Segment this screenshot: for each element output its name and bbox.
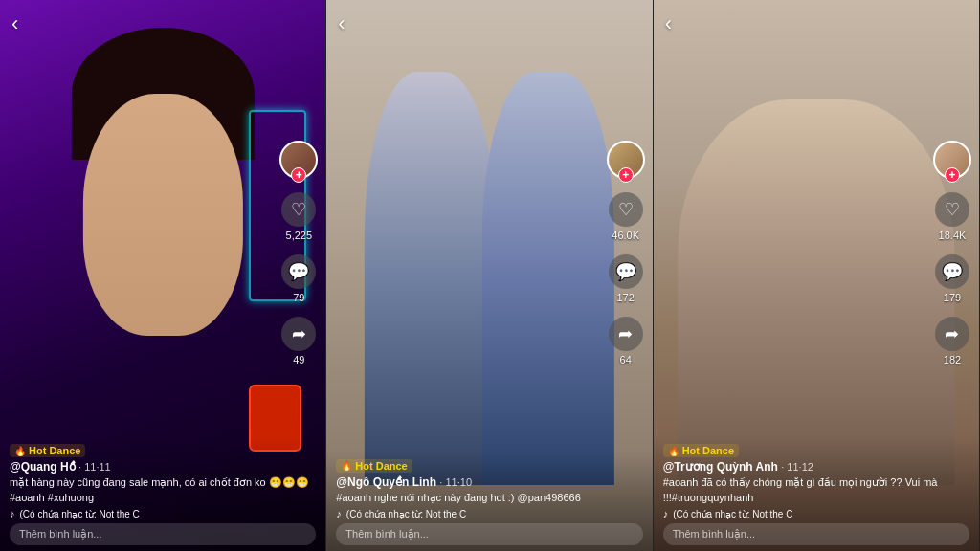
like-count-2: 46.0K: [612, 230, 639, 241]
avatar-3[interactable]: +: [933, 141, 971, 179]
back-button-2[interactable]: ‹: [338, 11, 345, 36]
music-icon-1: ♪: [10, 508, 15, 519]
comment-input-3[interactable]: Thêm bình luận...: [663, 523, 969, 545]
follow-plus-1[interactable]: +: [291, 167, 306, 183]
like-count-3: 18.4K: [939, 230, 967, 241]
hot-dance-label-2: Hot Dance: [355, 460, 407, 472]
bottom-info-1: 🔥 Hot Dance @Quang Hồ · 11·11 mặt hàng n…: [0, 436, 325, 551]
comment-icon-1[interactable]: 💬: [281, 254, 316, 289]
person-silhouette-1: [49, 28, 277, 469]
username-2[interactable]: @Ngô Quyền Linh · 11·10: [336, 475, 642, 489]
like-button-1[interactable]: ♡ 5,225: [281, 192, 316, 241]
comment-icon-2[interactable]: 💬: [609, 254, 643, 289]
heart-icon-3[interactable]: ♡: [935, 192, 969, 227]
hot-dance-tag-3[interactable]: 🔥 Hot Dance: [663, 444, 739, 457]
comment-button-1[interactable]: 💬 79: [281, 254, 316, 303]
caption-2: #aoanh nghe nói nhạc này đang hot :) @pa…: [336, 491, 642, 505]
fire-icon-2: 🔥: [341, 460, 352, 471]
bottom-info-2: 🔥 Hot Dance @Ngô Quyền Linh · 11·10 #aoa…: [326, 452, 652, 551]
hot-dance-label-1: Hot Dance: [29, 445, 80, 456]
comment-count-1: 79: [293, 292, 304, 303]
comment-input-2[interactable]: Thêm bình luận...: [336, 523, 642, 545]
heart-icon-2[interactable]: ♡: [609, 192, 643, 227]
comment-placeholder-2: Thêm bình luận...: [345, 528, 429, 540]
comment-icon-3[interactable]: 💬: [935, 254, 969, 289]
share-icon-2[interactable]: ➦: [609, 317, 643, 351]
tag-row-3: 🔥 Hot Dance: [663, 444, 969, 457]
username-1[interactable]: @Quang Hồ · 11·11: [10, 460, 316, 474]
person-silhouette-3: [678, 99, 954, 485]
date-3: · 11·12: [781, 461, 813, 473]
comment-input-1[interactable]: Thêm bình luận...: [10, 523, 316, 545]
avatar-2[interactable]: +: [607, 141, 645, 179]
date-1: · 11·11: [78, 461, 111, 473]
action-bar-2: + ♡ 46.0K 💬 172 ➦ 64: [607, 141, 645, 365]
comment-button-2[interactable]: 💬 172: [609, 254, 643, 303]
caption-1: mặt hàng này cũng đang sale mạnh, có ai …: [10, 475, 316, 505]
video-panel-1: ‹ + ♡ 5,225 💬 79 ➦ 49 🔥 Hot Dance @Quang: [0, 0, 326, 551]
date-2: · 11·10: [439, 476, 472, 488]
hot-dance-label-3: Hot Dance: [682, 445, 734, 456]
share-button-1[interactable]: ➦ 49: [281, 317, 316, 365]
share-count-2: 64: [620, 354, 632, 365]
comment-button-3[interactable]: 💬 179: [935, 254, 969, 303]
share-count-1: 49: [293, 354, 304, 365]
like-button-2[interactable]: ♡ 46.0K: [609, 192, 643, 241]
action-bar-3: + ♡ 18.4K 💬 179 ➦ 182: [933, 141, 971, 365]
share-button-2[interactable]: ➦ 64: [609, 317, 643, 365]
avatar-1[interactable]: +: [279, 141, 318, 179]
tag-row-1: 🔥 Hot Dance: [10, 444, 316, 457]
follow-plus-3[interactable]: +: [945, 167, 960, 183]
back-button[interactable]: ‹: [11, 11, 18, 36]
comment-count-2: 172: [616, 292, 634, 303]
fire-icon-3: 🔥: [668, 446, 679, 456]
comment-placeholder-1: Thêm bình luận...: [19, 528, 102, 540]
like-count-1: 5,225: [286, 230, 313, 241]
heart-icon-1[interactable]: ♡: [281, 192, 316, 227]
comment-placeholder-3: Thêm bình luận...: [673, 528, 756, 540]
music-text-2: (Có chứa nhạc từ: Not the C: [346, 509, 466, 519]
comment-count-3: 179: [944, 292, 961, 303]
share-icon-1[interactable]: ➦: [281, 317, 316, 351]
person-silhouette-2: [343, 72, 635, 485]
share-icon-3[interactable]: ➦: [935, 317, 969, 351]
hot-dance-tag-1[interactable]: 🔥 Hot Dance: [10, 444, 85, 457]
caption-3: #aoanh đã có thấy chóng mặt gì đầu mọi n…: [663, 475, 969, 505]
music-row-3: ♪ (Có chứa nhạc từ: Not the C: [663, 508, 969, 519]
bottom-info-3: 🔥 Hot Dance @Trương Quỳnh Anh · 11·12 #a…: [654, 436, 979, 551]
like-button-3[interactable]: ♡ 18.4K: [935, 192, 969, 241]
music-row-2: ♪ (Có chứa nhạc từ: Not the C: [336, 508, 642, 519]
video-panel-3: ‹ + ♡ 18.4K 💬 179 ➦ 182 🔥 Hot Dance @Trư…: [654, 0, 980, 551]
music-row-1: ♪ (Có chứa nhạc từ: Not the C: [10, 508, 316, 519]
share-button-3[interactable]: ➦ 182: [935, 317, 969, 365]
username-3[interactable]: @Trương Quỳnh Anh · 11·12: [663, 460, 969, 474]
music-icon-3: ♪: [663, 508, 669, 519]
share-count-3: 182: [944, 354, 961, 365]
hot-dance-tag-2[interactable]: 🔥 Hot Dance: [336, 459, 412, 473]
music-icon-2: ♪: [336, 508, 342, 519]
fire-icon-1: 🔥: [14, 446, 26, 456]
action-bar-1: + ♡ 5,225 💬 79 ➦ 49: [279, 141, 318, 365]
music-text-1: (Có chứa nhạc từ: Not the C: [20, 509, 140, 519]
tag-row-2: 🔥 Hot Dance: [336, 459, 642, 473]
video-panel-2: ‹ + ♡ 46.0K 💬 172 ➦ 64 🔥 Hot Dance @Ngô …: [326, 0, 653, 551]
music-text-3: (Có chứa nhạc từ: Not the C: [673, 509, 792, 519]
follow-plus-2[interactable]: +: [618, 167, 634, 183]
back-button-3[interactable]: ‹: [665, 11, 672, 36]
